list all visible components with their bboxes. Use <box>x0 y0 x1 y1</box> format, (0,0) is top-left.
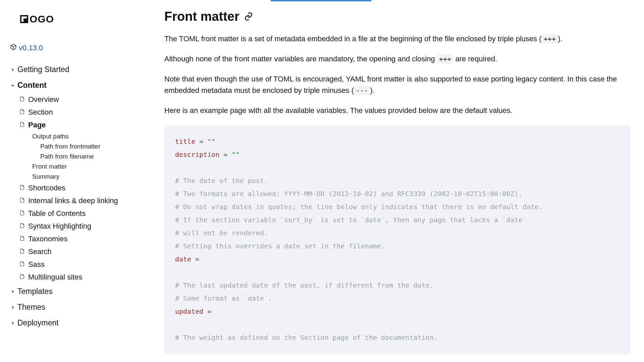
code-block: title = "" description = "" # The date o… <box>164 125 631 354</box>
nav-subitem-summary[interactable]: Summary <box>32 172 135 182</box>
nav-item-label: Multilingual sites <box>28 273 82 282</box>
inline-code: +++ <box>542 34 558 44</box>
file-icon <box>19 260 25 269</box>
nav-item-multilingual[interactable]: Multilingual sites <box>19 271 135 284</box>
nav-subitem-path-from-frontmatter[interactable]: Path from frontmatter <box>40 141 135 152</box>
nav-item-label: Shortcodes <box>28 184 65 192</box>
version-label: v0.13.0 <box>19 44 43 52</box>
nav-section-label: Getting Started <box>17 65 69 74</box>
inline-code: --- <box>354 86 370 95</box>
section-heading: Front matter <box>164 9 631 24</box>
logo[interactable]: OGO <box>0 13 141 25</box>
paragraph: Here is an example page with all the ava… <box>164 105 627 116</box>
nav-item-page[interactable]: Page <box>19 119 135 131</box>
file-icon <box>19 108 25 117</box>
nav-item-label: Search <box>28 247 52 256</box>
inline-code: +++ <box>437 54 453 64</box>
nav-item-label: Overview <box>28 95 59 104</box>
logo-text: OGO <box>30 13 54 25</box>
nav-section-themes[interactable]: Themes <box>10 299 135 315</box>
nav-section-label: Templates <box>17 287 53 296</box>
paragraph: The TOML front matter is a set of metada… <box>164 33 627 45</box>
nav-section-content[interactable]: Content <box>10 77 135 93</box>
nav-item-section[interactable]: Section <box>19 106 135 119</box>
nav-item-label: Sass <box>28 260 45 269</box>
nav-item-label: Taxonomies <box>28 235 67 243</box>
file-icon <box>19 196 25 205</box>
nav-section-templates[interactable]: Templates <box>10 284 135 299</box>
file-icon <box>19 184 25 192</box>
nav-item-overview[interactable]: Overview <box>19 93 135 106</box>
nav-item-sass[interactable]: Sass <box>19 258 135 271</box>
chevron-down-icon <box>10 83 15 88</box>
sidebar: OGO v0.13.0 Getting Started Content <box>0 0 141 362</box>
chevron-right-icon <box>10 67 15 72</box>
chevron-right-icon <box>10 305 15 310</box>
nav-item-search[interactable]: Search <box>19 245 135 258</box>
paragraph: Note that even though the use of TOML is… <box>164 73 627 96</box>
main-content: Front matter The TOML front matter is a … <box>141 0 644 362</box>
nav-item-taxonomies[interactable]: Taxonomies <box>19 233 135 245</box>
nav-section-label: Themes <box>17 303 45 312</box>
nav-subitem-path-from-filename[interactable]: Path from filename <box>40 152 135 162</box>
chevron-right-icon <box>10 321 15 325</box>
file-icon <box>19 273 25 282</box>
nav-item-label: Internal links & deep linking <box>28 196 118 205</box>
version-link[interactable]: v0.13.0 <box>0 44 141 52</box>
nav-item-label: Syntax Highlighting <box>28 222 91 231</box>
nav-section-deployment[interactable]: Deployment <box>10 315 135 331</box>
nav-item-internal-links[interactable]: Internal links & deep linking <box>19 194 135 207</box>
nav-item-toc[interactable]: Table of Contents <box>19 207 135 220</box>
nav-subitem-output-paths[interactable]: Output paths <box>32 131 135 141</box>
heading-text: Front matter <box>164 9 239 24</box>
link-icon[interactable] <box>244 9 253 24</box>
file-icon <box>19 235 25 243</box>
nav-section-label: Content <box>17 81 47 90</box>
nav-item-label: Page <box>28 121 46 129</box>
logo-mark-icon <box>20 15 28 23</box>
file-icon <box>19 222 25 231</box>
nav-item-shortcodes[interactable]: Shortcodes <box>19 182 135 194</box>
paragraph: Although none of the front matter variab… <box>164 53 627 65</box>
file-icon <box>19 247 25 256</box>
nav-item-syntax[interactable]: Syntax Highlighting <box>19 220 135 233</box>
package-icon <box>10 44 17 52</box>
file-icon <box>19 121 25 129</box>
file-icon <box>19 95 25 104</box>
nav-section-getting-started[interactable]: Getting Started <box>10 62 135 77</box>
nav-section-label: Deployment <box>17 318 59 327</box>
nav-item-label: Section <box>28 108 53 117</box>
nav-item-label: Table of Contents <box>28 209 86 218</box>
sidebar-nav: Getting Started Content Overview Section <box>0 62 141 362</box>
chevron-right-icon <box>10 289 15 294</box>
nav-subitem-front-matter[interactable]: Front matter <box>32 162 135 172</box>
file-icon <box>19 209 25 218</box>
